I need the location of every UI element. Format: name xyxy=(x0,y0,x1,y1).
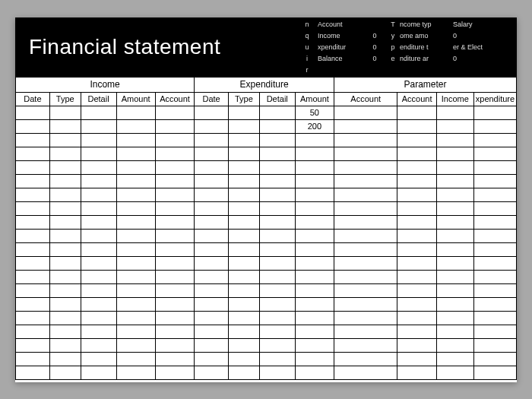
table-row[interactable] xyxy=(16,352,517,366)
cell[interactable] xyxy=(334,106,397,119)
cell[interactable] xyxy=(229,215,260,229)
cell[interactable] xyxy=(49,160,81,174)
cell[interactable] xyxy=(49,201,81,215)
cell[interactable] xyxy=(259,133,295,147)
cell[interactable] xyxy=(49,133,81,147)
cell[interactable] xyxy=(195,338,229,352)
cell[interactable] xyxy=(81,270,116,283)
cell[interactable] xyxy=(397,160,436,174)
cell[interactable] xyxy=(229,160,260,174)
cell[interactable] xyxy=(81,352,116,366)
cell[interactable] xyxy=(195,119,229,133)
cell[interactable] xyxy=(116,311,155,325)
cell[interactable] xyxy=(116,229,155,242)
cell[interactable] xyxy=(16,311,50,325)
cell[interactable] xyxy=(16,256,50,270)
cell[interactable] xyxy=(81,283,116,297)
cell[interactable] xyxy=(259,366,295,379)
cell[interactable] xyxy=(473,311,516,325)
cell[interactable] xyxy=(116,270,155,283)
cell[interactable] xyxy=(229,270,260,283)
cell[interactable] xyxy=(473,256,516,270)
cell[interactable] xyxy=(436,352,473,366)
cell[interactable] xyxy=(295,325,334,338)
cell[interactable] xyxy=(229,201,260,215)
cell[interactable] xyxy=(334,270,397,283)
cell[interactable] xyxy=(16,297,50,311)
cell[interactable] xyxy=(473,119,516,133)
cell[interactable] xyxy=(195,147,229,160)
cell[interactable] xyxy=(116,119,155,133)
cell[interactable] xyxy=(295,311,334,325)
cell[interactable] xyxy=(334,311,397,325)
cell[interactable] xyxy=(155,270,194,283)
table-row[interactable] xyxy=(16,188,517,201)
table-row[interactable] xyxy=(16,229,517,242)
cell[interactable] xyxy=(473,352,516,366)
cell[interactable] xyxy=(473,338,516,352)
cell[interactable] xyxy=(81,160,116,174)
cell[interactable] xyxy=(155,106,194,119)
cell[interactable] xyxy=(49,297,81,311)
cell[interactable] xyxy=(334,297,397,311)
cell[interactable] xyxy=(81,174,116,188)
cell[interactable] xyxy=(49,283,81,297)
cell[interactable] xyxy=(295,283,334,297)
cell[interactable] xyxy=(116,215,155,229)
cell[interactable] xyxy=(334,188,397,201)
cell[interactable] xyxy=(155,256,194,270)
cell[interactable] xyxy=(229,366,260,379)
cell[interactable] xyxy=(116,325,155,338)
cell[interactable] xyxy=(155,352,194,366)
cell[interactable] xyxy=(155,338,194,352)
cell[interactable] xyxy=(397,215,436,229)
cell[interactable] xyxy=(116,242,155,256)
cell[interactable] xyxy=(116,366,155,379)
cell[interactable] xyxy=(436,366,473,379)
cell[interactable] xyxy=(229,119,260,133)
cell[interactable] xyxy=(473,201,516,215)
cell[interactable] xyxy=(473,215,516,229)
cell[interactable] xyxy=(229,133,260,147)
cell[interactable] xyxy=(155,160,194,174)
cell[interactable] xyxy=(81,311,116,325)
cell[interactable] xyxy=(16,325,50,338)
cell[interactable] xyxy=(229,106,260,119)
cell[interactable] xyxy=(195,283,229,297)
cell[interactable] xyxy=(436,256,473,270)
cell[interactable] xyxy=(49,119,81,133)
cell[interactable] xyxy=(49,366,81,379)
cell[interactable] xyxy=(436,283,473,297)
cell[interactable] xyxy=(16,119,50,133)
cell[interactable] xyxy=(397,188,436,201)
cell[interactable] xyxy=(436,325,473,338)
cell[interactable] xyxy=(436,188,473,201)
cell[interactable] xyxy=(436,270,473,283)
cell[interactable] xyxy=(295,188,334,201)
cell[interactable] xyxy=(16,160,50,174)
cell[interactable] xyxy=(334,325,397,338)
cell[interactable] xyxy=(334,160,397,174)
cell[interactable] xyxy=(116,106,155,119)
cell[interactable] xyxy=(116,283,155,297)
cell[interactable] xyxy=(473,160,516,174)
cell[interactable] xyxy=(259,188,295,201)
cell[interactable] xyxy=(195,270,229,283)
cell[interactable] xyxy=(81,215,116,229)
cell[interactable] xyxy=(155,201,194,215)
cell[interactable] xyxy=(334,338,397,352)
cell[interactable]: 50 xyxy=(295,106,334,119)
cell[interactable] xyxy=(81,119,116,133)
cell[interactable] xyxy=(16,147,50,160)
cell[interactable] xyxy=(295,160,334,174)
cell[interactable] xyxy=(81,366,116,379)
cell[interactable] xyxy=(195,160,229,174)
cell[interactable] xyxy=(81,338,116,352)
cell[interactable] xyxy=(81,188,116,201)
cell[interactable] xyxy=(259,338,295,352)
cell[interactable] xyxy=(116,160,155,174)
data-grid[interactable]: Income Expenditure Parameter Date Type D… xyxy=(15,77,517,380)
cell[interactable] xyxy=(155,283,194,297)
cell[interactable] xyxy=(473,106,516,119)
cell[interactable] xyxy=(334,215,397,229)
